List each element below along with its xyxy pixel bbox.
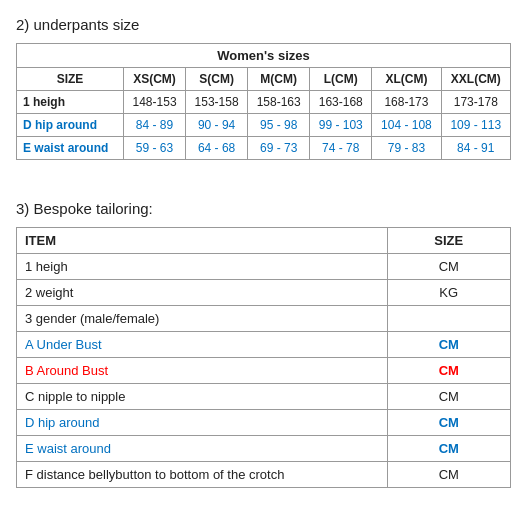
col-s: S(CM) <box>186 68 248 91</box>
underpants-section: 2) underpants size Women's sizes SIZE XS… <box>16 16 511 160</box>
bespoke-row: B Around BustCM <box>17 358 511 384</box>
bespoke-size-cell: CM <box>387 384 511 410</box>
bespoke-row: 1 heighCM <box>17 254 511 280</box>
underpants-cell: 79 - 83 <box>372 137 441 160</box>
bespoke-size-cell: CM <box>387 462 511 488</box>
underpants-row: D hip around84 - 8990 - 9495 - 9899 - 10… <box>17 114 511 137</box>
underpants-cell: 153-158 <box>186 91 248 114</box>
col-size: SIZE <box>17 68 124 91</box>
bespoke-size-cell: CM <box>387 332 511 358</box>
bespoke-row: E waist aroundCM <box>17 436 511 462</box>
underpants-cell: 99 - 103 <box>310 114 372 137</box>
bespoke-header-row: ITEM SIZE <box>17 228 511 254</box>
underpants-cell: 104 - 108 <box>372 114 441 137</box>
underpants-cell: 74 - 78 <box>310 137 372 160</box>
bespoke-row: 2 weightKG <box>17 280 511 306</box>
col-l: L(CM) <box>310 68 372 91</box>
underpants-cell: 148-153 <box>124 91 186 114</box>
underpants-title: 2) underpants size <box>16 16 511 33</box>
bespoke-item-cell: 1 heigh <box>17 254 388 280</box>
bespoke-item-cell: B Around Bust <box>17 358 388 384</box>
bespoke-row: 3 gender (male/female) <box>17 306 511 332</box>
col-xxl: XXL(CM) <box>441 68 510 91</box>
underpants-table: Women's sizes SIZE XS(CM) S(CM) M(CM) L(… <box>16 43 511 160</box>
bespoke-size-cell: CM <box>387 254 511 280</box>
underpants-cell: 84 - 89 <box>124 114 186 137</box>
underpants-cell: 64 - 68 <box>186 137 248 160</box>
underpants-cell: 168-173 <box>372 91 441 114</box>
bespoke-section: 3) Bespoke tailoring: ITEM SIZE 1 heighC… <box>16 200 511 488</box>
bespoke-col-item: ITEM <box>17 228 388 254</box>
bespoke-size-cell: CM <box>387 436 511 462</box>
underpants-row: 1 heigh148-153153-158158-163163-168168-1… <box>17 91 511 114</box>
underpants-cell: 90 - 94 <box>186 114 248 137</box>
bespoke-item-cell: E waist around <box>17 436 388 462</box>
bespoke-item-cell: 2 weight <box>17 280 388 306</box>
underpants-cell: 69 - 73 <box>248 137 310 160</box>
bespoke-size-cell: KG <box>387 280 511 306</box>
bespoke-row: D hip aroundCM <box>17 410 511 436</box>
bespoke-item-cell: F distance bellybutton to bottom of the … <box>17 462 388 488</box>
bespoke-table: ITEM SIZE 1 heighCM2 weightKG3 gender (m… <box>16 227 511 488</box>
bespoke-size-cell: CM <box>387 358 511 384</box>
women-header-cell: Women's sizes <box>17 44 511 68</box>
bespoke-title: 3) Bespoke tailoring: <box>16 200 511 217</box>
bespoke-row: A Under BustCM <box>17 332 511 358</box>
underpants-cell: 59 - 63 <box>124 137 186 160</box>
underpants-cell: 158-163 <box>248 91 310 114</box>
underpants-cell: 163-168 <box>310 91 372 114</box>
bespoke-item-cell: C nipple to nipple <box>17 384 388 410</box>
bespoke-size-cell <box>387 306 511 332</box>
bespoke-col-size: SIZE <box>387 228 511 254</box>
bespoke-row: F distance bellybutton to bottom of the … <box>17 462 511 488</box>
underpants-row: E waist around59 - 6364 - 6869 - 7374 - … <box>17 137 511 160</box>
bespoke-row: C nipple to nippleCM <box>17 384 511 410</box>
col-xl: XL(CM) <box>372 68 441 91</box>
women-header-row: Women's sizes <box>17 44 511 68</box>
col-m: M(CM) <box>248 68 310 91</box>
bespoke-item-cell: A Under Bust <box>17 332 388 358</box>
col-header-row: SIZE XS(CM) S(CM) M(CM) L(CM) XL(CM) XXL… <box>17 68 511 91</box>
underpants-cell: 173-178 <box>441 91 510 114</box>
bespoke-size-cell: CM <box>387 410 511 436</box>
underpants-row-label: E waist around <box>17 137 124 160</box>
col-xs: XS(CM) <box>124 68 186 91</box>
underpants-row-label: D hip around <box>17 114 124 137</box>
bespoke-item-cell: 3 gender (male/female) <box>17 306 388 332</box>
underpants-cell: 95 - 98 <box>248 114 310 137</box>
underpants-cell: 109 - 113 <box>441 114 510 137</box>
bespoke-item-cell: D hip around <box>17 410 388 436</box>
underpants-row-label: 1 heigh <box>17 91 124 114</box>
underpants-table-wrapper: Women's sizes SIZE XS(CM) S(CM) M(CM) L(… <box>16 43 511 160</box>
underpants-cell: 84 - 91 <box>441 137 510 160</box>
